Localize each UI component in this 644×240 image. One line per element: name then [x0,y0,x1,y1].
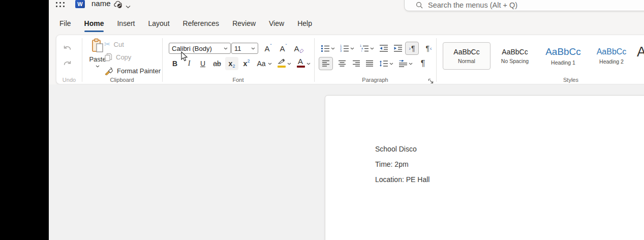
ribbon: Undo Paste ✂ Cut [56,35,644,84]
decrease-indent-button[interactable] [378,42,390,54]
font-color-icon: A [295,58,306,69]
search-bar[interactable] [404,0,644,11]
format-painter-icon [104,66,114,75]
grow-font-icon: A [264,44,269,53]
document-line[interactable]: Location: PE Hall [375,175,430,184]
bullets-chevron-down-icon [331,47,335,50]
format-painter-button[interactable]: Format Painter [104,66,161,75]
font-name-select[interactable]: Calibri (Body) [169,43,231,54]
style-heading-2[interactable]: AaBbCc Heading 2 [588,42,635,70]
paragraph-group-label: Paragraph [314,77,436,83]
justify-icon [365,60,374,67]
document-line[interactable]: Time: 2pm [375,160,409,169]
justify-button[interactable] [363,57,376,70]
superscript-button[interactable]: x 2 [240,57,253,70]
paragraph-spacing-chevron-down-icon [409,63,413,65]
change-case-chevron-down-icon [268,63,272,65]
clipboard-group: Paste ✂ Cut Copy [82,35,162,85]
align-right-button[interactable] [350,57,363,70]
line-spacing-chevron-down-icon [389,63,393,65]
font-group-label: Font [162,77,314,83]
styles-group-label: Styles [543,77,599,83]
font-group: Calibri (Body) 11 A ˆ A ˇ [162,35,314,85]
undo-button[interactable] [60,41,74,53]
tab-review[interactable]: Review [232,19,256,31]
font-size-chevron-down-icon [251,47,255,50]
align-center-button[interactable] [335,57,349,70]
show-formatting-marks-button[interactable]: ¶ [417,57,429,70]
word-logo-icon[interactable]: W [75,0,85,8]
numbering-button[interactable]: 1 2 3 [339,42,355,54]
italic-icon: I [188,59,191,68]
app-launcher-icon[interactable] [56,0,66,9]
text-highlight-button[interactable] [275,57,292,70]
tab-layout[interactable]: Layout [148,19,169,31]
increase-indent-button[interactable] [392,42,404,54]
line-spacing-icon [379,60,388,67]
subscript-button[interactable]: x 2 [225,57,238,70]
line-spacing-button[interactable] [377,57,395,70]
multilevel-chevron-down-icon [370,47,374,50]
align-left-button[interactable] [319,57,333,70]
strikethrough-button[interactable]: ab [210,57,224,70]
ltr-text-direction-button[interactable]: › ¶ [405,42,419,55]
style-partial-sample[interactable]: A [637,44,644,60]
rtl-text-direction-button[interactable]: ¶ ‹ [422,42,436,55]
style-normal[interactable]: AaBbCc Normal [443,42,490,70]
clear-formatting-icon: A [294,44,299,53]
cut-icon: ✂ [104,40,111,49]
tab-view[interactable]: View [269,19,284,31]
style-heading-1[interactable]: AaBbCc Heading 1 [539,42,587,70]
ltr-pilcrow-icon: ¶ [411,44,415,52]
cut-label: Cut [114,41,124,48]
change-case-button[interactable]: Aa [255,57,273,70]
copy-button[interactable]: Copy [104,53,131,62]
svg-text:3: 3 [340,49,342,52]
tab-file[interactable]: File [59,19,71,31]
font-size-value: 11 [234,45,241,52]
tab-references[interactable]: References [183,19,220,31]
tab-insert[interactable]: Insert [117,19,135,31]
styles-group: AaBbCc Normal AaBbCc No Spacing AaBbCc H… [436,35,644,85]
font-color-button[interactable]: A [294,57,312,70]
tab-home[interactable]: Home [84,19,104,31]
title-bar: W name [49,0,644,12]
underline-icon: U [200,59,205,68]
document-page[interactable]: School Disco Time: 2pm Location: PE Hall [325,95,644,240]
bold-button[interactable]: B [169,57,180,70]
ltr-arrow: › [409,46,411,51]
bullets-button[interactable] [320,42,336,54]
tab-help[interactable]: Help [297,19,312,31]
paste-chevron-down-icon [96,65,100,68]
multilevel-list-icon: 1 a i [360,44,369,52]
save-status-icon[interactable] [114,0,123,9]
italic-button[interactable]: I [183,57,195,70]
search-input[interactable] [428,0,644,10]
style-sample: AaBbCc [453,48,479,56]
undo-group: Undo [56,35,82,85]
style-no-spacing[interactable]: AaBbCc No Spacing [491,42,539,70]
underline-button[interactable]: U [197,57,208,70]
shrink-font-icon: A [280,44,285,53]
multilevel-list-button[interactable]: 1 a i [358,42,376,54]
title-chevron-down-icon[interactable] [126,2,131,11]
shrink-font-button[interactable]: A ˇ [277,42,289,55]
undo-group-label: Undo [56,77,82,83]
clipboard-group-label: Clipboard [82,77,162,83]
paragraph-spacing-button[interactable] [396,57,415,70]
paste-icon [90,38,105,54]
document-line[interactable]: School Disco [375,144,417,154]
bullets-icon [321,44,330,52]
paragraph-group: 1 2 3 1 a i [314,35,436,85]
document-title[interactable]: name [91,0,111,9]
ribbon-tab-row: File Home Insert Layout References Revie… [59,19,325,31]
copy-icon [104,53,113,62]
redo-button[interactable] [60,56,74,69]
font-size-select[interactable]: 11 [231,43,258,54]
align-right-icon [352,60,360,67]
clear-formatting-button[interactable]: A [292,42,305,55]
cut-button[interactable]: ✂ Cut [104,40,124,49]
strikethrough-icon: ab [213,59,221,68]
grow-font-button[interactable]: A ˆ [262,42,274,55]
font-color-chevron-down-icon [306,63,311,65]
